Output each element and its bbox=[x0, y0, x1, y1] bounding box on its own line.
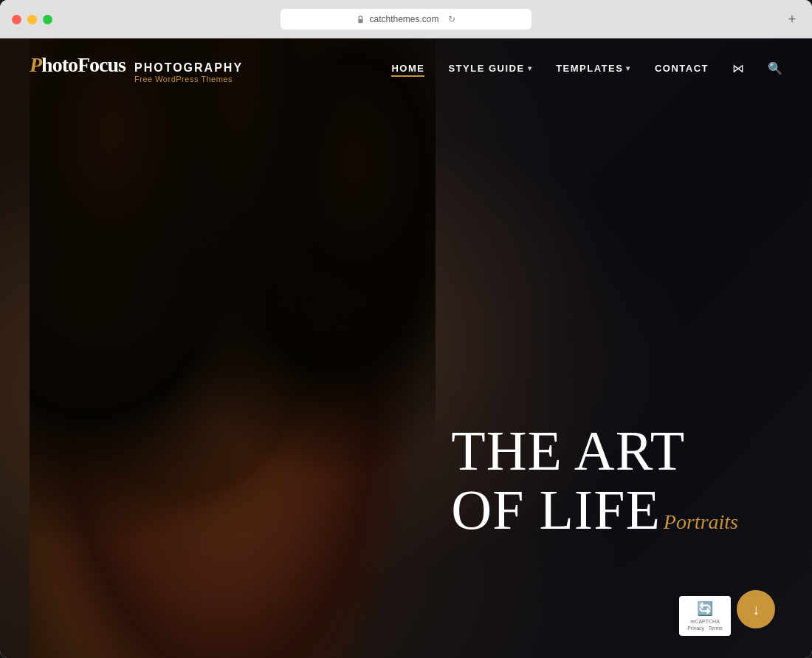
address-bar[interactable]: catchthemes.com ↻ bbox=[281, 9, 531, 30]
hero-line1: THE ART bbox=[451, 422, 738, 481]
nav-templates[interactable]: TEMPLATES ▾ bbox=[556, 63, 631, 74]
recaptcha-badge: 🔄 reCAPTCHAPrivacy · Terms bbox=[679, 596, 731, 636]
logo-subtitle: PHOTOGRAPHY Free WordPress Themes bbox=[134, 61, 243, 83]
browser-content: PhotoFocus PHOTOGRAPHY Free WordPress Th… bbox=[0, 38, 812, 658]
logo-sub-label: Free WordPress Themes bbox=[134, 75, 243, 83]
hero-line2-text: OF LIFE bbox=[451, 481, 661, 540]
logo[interactable]: PhotoFocus PHOTOGRAPHY Free WordPress Th… bbox=[30, 53, 243, 83]
search-icon[interactable]: 🔍 bbox=[768, 61, 782, 75]
browser-frame: catchthemes.com ↻ + PhotoFocus PHOTOGRAP… bbox=[0, 0, 812, 658]
hero-content: THE ART OF LIFE Portraits bbox=[451, 422, 738, 540]
logo-p: P bbox=[30, 53, 41, 76]
scroll-down-button[interactable]: ↓ bbox=[737, 590, 775, 628]
traffic-lights bbox=[12, 15, 52, 24]
share-icon[interactable]: ⋈ bbox=[732, 61, 744, 75]
close-button[interactable] bbox=[12, 15, 21, 24]
new-tab-button[interactable]: + bbox=[784, 11, 800, 27]
nav-style-guide[interactable]: STYLE GUIDE ▾ bbox=[448, 63, 532, 74]
scroll-arrow-icon: ↓ bbox=[752, 601, 760, 618]
maximize-button[interactable] bbox=[43, 15, 52, 24]
style-guide-chevron: ▾ bbox=[528, 64, 533, 72]
hero-background bbox=[0, 38, 812, 658]
minimize-button[interactable] bbox=[27, 15, 37, 24]
logo-rest: hotoFocus bbox=[41, 53, 125, 76]
hero-subtitle: Portraits bbox=[664, 510, 738, 534]
navbar: PhotoFocus PHOTOGRAPHY Free WordPress Th… bbox=[0, 38, 812, 97]
reload-icon[interactable]: ↻ bbox=[448, 14, 455, 24]
nav-links: HOME STYLE GUIDE ▾ TEMPLATES ▾ CONTACT ⋈… bbox=[391, 61, 782, 75]
recaptcha-icon: 🔄 bbox=[697, 600, 713, 617]
portrait-hair bbox=[30, 38, 436, 658]
nav-contact[interactable]: CONTACT bbox=[655, 63, 709, 74]
url-text: catchthemes.com bbox=[369, 14, 438, 24]
browser-titlebar: catchthemes.com ↻ + bbox=[0, 0, 812, 38]
portrait-image bbox=[30, 38, 436, 658]
recaptcha-text: reCAPTCHAPrivacy · Terms bbox=[687, 618, 723, 631]
nav-home[interactable]: HOME bbox=[391, 63, 424, 74]
hero-line2-container: OF LIFE Portraits bbox=[451, 481, 738, 540]
templates-chevron: ▾ bbox=[626, 64, 631, 72]
svg-rect-0 bbox=[359, 18, 363, 23]
lock-icon bbox=[357, 16, 365, 24]
logo-text: PhotoFocus bbox=[30, 53, 125, 77]
logo-main-label: PHOTOGRAPHY bbox=[134, 61, 243, 75]
